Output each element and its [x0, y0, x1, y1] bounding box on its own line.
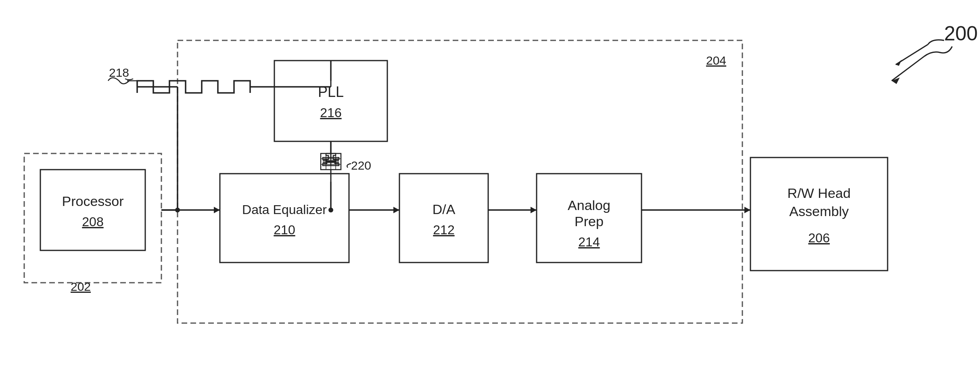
ref-200-arrowhead [892, 78, 900, 84]
ref-218-label: 218 [109, 66, 129, 79]
junction-dot-left [175, 208, 180, 212]
arrow-deq-da [393, 207, 399, 213]
da-ref: 212 [433, 223, 454, 237]
pll-ref: 216 [320, 105, 341, 120]
container-204-label: 204 [706, 54, 726, 67]
rw-head-ref: 206 [808, 231, 830, 245]
rw-head-label1: R/W Head [788, 185, 851, 201]
processor-block [40, 170, 145, 250]
data-equalizer-block [220, 174, 349, 263]
ref-200-squiggle [924, 46, 952, 57]
ref-200-label: 200 [944, 22, 978, 45]
diagram-container: 200 Processor 208 202 204 PLL 216 218 [0, 0, 980, 376]
data-eq-ref: 210 [274, 223, 295, 237]
arrow-ap-rw [744, 207, 750, 213]
rw-head-label2: Assembly [789, 204, 848, 219]
container-204 [178, 40, 742, 323]
analog-prep-ref: 214 [578, 235, 600, 249]
container-202-label: 202 [71, 280, 91, 293]
processor-ref: 208 [82, 214, 103, 229]
ref-200-arrow-line [892, 57, 924, 81]
da-label: D/A [433, 202, 456, 217]
da-block [399, 174, 488, 263]
arrow-proc-deq [214, 207, 220, 213]
data-eq-label: Data Equalizer [242, 202, 327, 217]
arrow-da-ap [531, 207, 537, 213]
processor-label: Processor [62, 193, 123, 209]
junction-dot-pll [328, 208, 333, 212]
ref-220-label: 220 [351, 159, 371, 172]
analog-prep-label2: Prep [575, 214, 604, 229]
analog-prep-label: Analog [568, 197, 610, 213]
svg-marker-1 [896, 60, 902, 66]
